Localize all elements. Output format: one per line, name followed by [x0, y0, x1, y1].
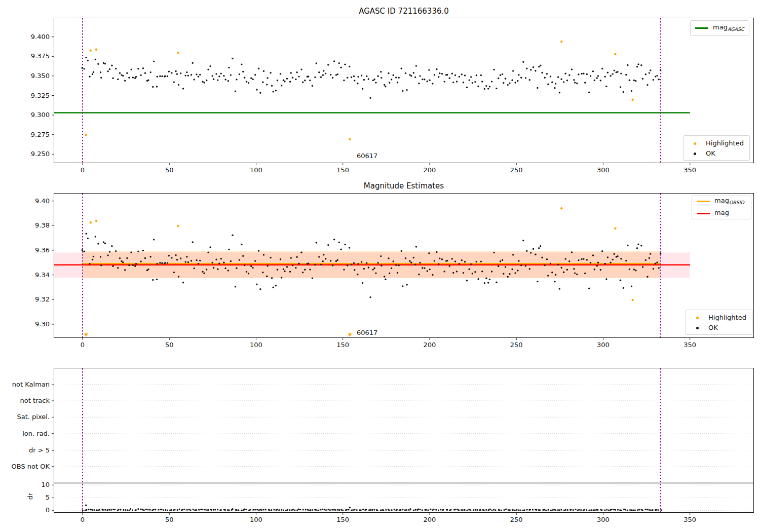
- legend-item-highlighted: Highlighted: [691, 314, 747, 321]
- legend-label: OK: [708, 324, 718, 331]
- dr-tick-label: 0: [18, 506, 50, 514]
- x-tick-label: 250: [510, 516, 523, 523]
- x-tick-label: 250: [510, 341, 523, 349]
- legend-item-ok: OK: [691, 324, 747, 331]
- x-tick-label: 200: [424, 516, 436, 523]
- obsid-annotation-top: 60617: [357, 151, 377, 159]
- x-tick-label: 150: [336, 341, 349, 349]
- obsid-annotation-middle: 60617: [357, 328, 377, 336]
- legend-item-mag-agasc: magAGASC: [695, 23, 744, 33]
- y-tick-label: 9.275: [18, 131, 50, 138]
- figure: AGASC ID 721166336.0 Magnitude Estimates…: [0, 0, 760, 532]
- y-tick-label: 9.30: [18, 320, 50, 328]
- x-tick-label: 200: [424, 166, 436, 174]
- title-agasc: AGASC ID 721166336.0: [54, 7, 754, 16]
- y-tick-label: 9.40: [18, 197, 50, 205]
- legend-markers-middle: Highlighted OK: [686, 310, 752, 335]
- legend-item-mag-obsid: magOBSID: [697, 197, 746, 206]
- y-tick-label: 9.38: [18, 221, 50, 229]
- legend-item-mag: mag: [697, 209, 746, 218]
- orange-line-sample-icon: [697, 201, 710, 202]
- x-tick-label: 300: [597, 341, 610, 349]
- x-tick-label: 100: [250, 516, 262, 523]
- legend-markers-top: Highlighted OK: [683, 135, 750, 161]
- legend-label: mag: [714, 209, 729, 218]
- legend-item-ok: OK: [688, 149, 745, 157]
- x-tick-label: 350: [683, 516, 696, 523]
- orange-dot-icon: [691, 314, 704, 321]
- legend-label: Highlighted: [706, 139, 744, 147]
- y-tick-label: 9.300: [18, 111, 50, 119]
- y-tick-label: 9.34: [18, 271, 50, 279]
- x-tick-label: 50: [165, 341, 174, 349]
- legend-label: OK: [706, 149, 715, 157]
- y-tick-label: 9.325: [18, 92, 50, 99]
- flag-category-label: Ion. rad.: [0, 430, 50, 437]
- x-tick-label: 100: [250, 166, 262, 174]
- green-line-sample-icon: [695, 27, 708, 29]
- panel-flags: [54, 368, 754, 513]
- x-tick-label: 50: [165, 166, 174, 174]
- y-tick-label: 9.250: [18, 150, 50, 158]
- black-dot-icon: [688, 149, 701, 157]
- flag-category-label: dr > 5: [0, 446, 50, 454]
- title-magnitude-estimates: Magnitude Estimates: [54, 181, 754, 191]
- x-tick-label: 350: [683, 166, 696, 174]
- x-tick-label: 300: [597, 166, 610, 174]
- y-tick-label: 9.375: [18, 52, 50, 60]
- x-tick-label: 150: [336, 516, 349, 523]
- legend-item-highlighted: Highlighted: [688, 139, 745, 147]
- legend-mag-agasc: magAGASC: [690, 20, 749, 36]
- panel-magnitude-estimates: [54, 193, 754, 338]
- x-tick-label: 0: [81, 516, 85, 523]
- x-tick-label: 150: [336, 166, 349, 174]
- y-tick-label: 9.350: [18, 72, 50, 80]
- legend-label: magOBSID: [714, 197, 744, 206]
- x-tick-label: 200: [424, 341, 436, 349]
- y-tick-label: 9.400: [18, 33, 50, 41]
- legend-label: Highlighted: [708, 314, 746, 321]
- x-tick-label: 100: [250, 341, 262, 349]
- x-tick-label: 0: [81, 166, 85, 174]
- black-dot-icon: [691, 324, 704, 331]
- flag-category-label: not track: [0, 397, 50, 404]
- red-line-sample-icon: [697, 213, 710, 214]
- panel-agasc: [54, 18, 754, 163]
- y-tick-label: 9.36: [18, 246, 50, 254]
- x-tick-label: 250: [510, 166, 523, 174]
- dr-tick-label: 10: [18, 481, 50, 488]
- x-tick-label: 300: [597, 516, 610, 523]
- y-tick-label: 9.32: [18, 295, 50, 303]
- x-tick-label: 350: [683, 341, 696, 349]
- legend-label: magAGASC: [713, 23, 744, 33]
- x-tick-label: 50: [165, 516, 174, 523]
- flag-category-label: not Kalman: [0, 381, 50, 388]
- dr-tick-label: 5: [18, 493, 50, 501]
- legend-mag-lines: magOBSID mag: [692, 196, 751, 219]
- flag-category-label: Sat. pixel.: [0, 413, 50, 421]
- x-tick-label: 0: [81, 341, 85, 349]
- orange-dot-icon: [688, 139, 701, 147]
- flag-category-label: OBS not OK: [0, 463, 50, 470]
